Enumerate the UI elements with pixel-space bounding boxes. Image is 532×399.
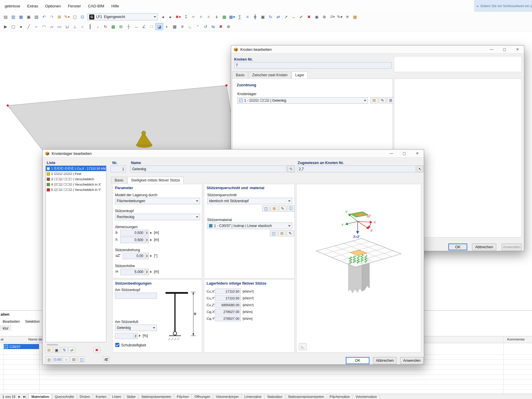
keyword-search[interactable]: ▸ Geben Sie ein Schlüsselwort ein (Alt+ [474,0,532,12]
table-tab[interactable]: Flächen [174,394,192,399]
generate-mesh-icon[interactable]: ▩ [220,13,228,20]
dialog-titlebar[interactable]: Knoten bearbeiten — ▢ ✕ [231,46,524,53]
window-layout-icon[interactable]: ▢ [71,13,79,20]
edit-name-button[interactable]: ✎ [287,166,295,172]
menu-item[interactable]: Fenster [64,3,85,9]
regenerate-icon[interactable]: ✳ [343,13,351,20]
dialog-tab[interactable]: Lager [292,72,308,79]
grid-icon[interactable]: ∷ [148,23,155,30]
menu-item[interactable]: Optionen [42,3,64,9]
annotation-icon[interactable]: ✎▾ [336,13,343,20]
bottom-condition-select[interactable]: Gelenkig [115,325,157,331]
delete-loads-icon[interactable]: ✖ [305,13,313,20]
diagram-button[interactable]: ◫ [78,356,85,362]
new-section-button[interactable]: ⊞ [270,205,278,212]
degree-icon[interactable]: ° [194,23,202,30]
table-tab[interactable]: Liniensätze [242,394,265,399]
extrude-icon[interactable]: ↗ [282,13,290,20]
details-button[interactable]: ◎ [46,356,52,362]
rotate-icon[interactable]: ↻ [267,13,274,20]
pick-nodes-button[interactable]: ↖ [417,166,423,172]
b-expand-icon[interactable] [150,232,152,234]
support-preview-pane[interactable]: Y' Y X X' αZ' Z=Z' ∟ [296,184,421,353]
redo-icon[interactable]: ↷ [48,13,56,20]
settings-icon[interactable]: ⊛ [225,23,232,30]
h-field[interactable]: 0.500 [120,237,145,243]
table-tab[interactable]: Volumensätze [353,394,380,399]
filter-icon[interactable]: ▦ [351,13,359,20]
support-preview-3d[interactable]: Y' Y X X' αZ' Z=Z' [296,184,421,352]
select-window-icon[interactable]: ▢ [9,23,17,30]
table-tab[interactable]: Linien [109,394,124,399]
pager-last-icon[interactable]: ▶| [23,395,26,398]
copy-icon[interactable]: ▣ [259,13,267,20]
top-condition-field[interactable] [115,293,157,299]
support-list-item[interactable]: 2 ☑☑☑ ☑☑☑ | Fest [46,171,106,176]
next-load-case-button[interactable]: ▸ [167,13,174,20]
function-editor-button[interactable]: fE [103,356,110,362]
mesh-refinement-icon[interactable]: ⊞ [117,23,125,30]
support-list-item[interactable]: 4 ☑☐☑ ☐☐☑ | Verschieblich in X' [46,182,106,187]
select-arrow-icon[interactable]: ▶ [2,23,9,30]
rotation-stepper[interactable] [145,253,149,259]
cancel-button[interactable]: Abbrechen [472,244,496,250]
close-button[interactable]: ✕ [411,150,424,158]
rotation-expand-icon[interactable] [150,255,152,257]
percent-field[interactable] [115,333,134,339]
surface-plate[interactable] [8,85,237,152]
table-tab[interactable]: Stäbe [124,394,139,399]
shading-icon[interactable]: ◐ [163,23,171,30]
nodal-load-icon[interactable]: ↓ [94,23,102,30]
menu-item[interactable]: gebnisse [1,3,24,9]
ok-button[interactable]: OK [346,357,369,364]
node-point[interactable] [226,85,228,87]
table-tab[interactable]: Flächensätze [327,394,353,399]
support-list-item[interactable]: 5 ☑☐☑ ☐☐☑ | Verschieblich in Y' [46,187,106,192]
mirror-icon[interactable]: ⇄ [274,13,282,20]
material-library-button[interactable]: ◫ [270,230,278,236]
member-tool-icon[interactable]: ┃ [86,23,94,30]
mesh-settings-icon[interactable]: ▩ [109,23,117,30]
printer-icon[interactable]: ▣ [25,13,33,20]
table-tab[interactable]: Knoten [93,394,109,399]
table-tab[interactable]: Stabsätze [265,394,285,399]
h-stepper[interactable] [145,237,149,243]
new-object-icon[interactable]: ⊞ [56,13,63,20]
dialog-tab[interactable]: Zwischen zwei Knoten [249,72,291,78]
dock-menu-item[interactable]: Bearbeiten [1,319,22,324]
color-button[interactable]: ■ [63,356,69,362]
disconnect-support-button[interactable]: ⊠ [387,97,395,103]
table-tab[interactable]: Dicken [77,394,93,399]
table-tab[interactable]: Volumenkörper [213,394,241,399]
node-tool-icon[interactable]: ● [17,23,25,30]
delete-support-button[interactable]: ✖ [93,347,100,353]
nr-field[interactable]: 1 [111,166,126,172]
default-values-button[interactable]: ⊟ [70,356,77,362]
assign-button[interactable]: ⇄ [69,347,75,353]
surface-tool-icon[interactable]: ▱ [48,23,56,30]
render-mode-icon[interactable]: ◪ [155,23,163,30]
h-expand-icon[interactable] [150,239,152,241]
maximize-button[interactable]: ▢ [398,150,411,158]
column-header-comment[interactable]: Kommentar [507,338,525,341]
undo-icon[interactable]: ↶ [40,13,48,20]
tables-icon[interactable]: ▦ [17,13,25,20]
table-tab[interactable]: Materialien [28,394,52,399]
shear-stiffness-checkbox[interactable] [115,343,119,347]
table-tab[interactable]: Stabsatzrepräsentanten [285,394,327,399]
arc-tool-icon[interactable]: ◠ [40,23,48,30]
name-field[interactable]: Gelenkig [130,166,286,172]
support-list-item[interactable]: 3 ☐☐☑ ☐☐☐ | Verschieblich [46,176,106,182]
column-header-material[interactable]: al [1,338,3,341]
new-support-button[interactable]: ⊞ [46,347,52,353]
move-icon[interactable]: ╋ [251,13,259,20]
support-tool-icon[interactable]: ⊥ [71,23,79,30]
display-properties-icon[interactable]: ⊡ [79,13,86,20]
copy-support-button[interactable]: ▣ [53,347,60,353]
zoom-icon[interactable]: ◉ [313,13,320,20]
minimize-button[interactable]: — [385,150,398,158]
load-direction-z-icon[interactable]: z↑ [197,13,205,20]
nodal-support-select[interactable]: 1 - ☑☑☑ ☐☐☑ | Gelenkig [237,97,368,104]
edit-nodal-support-button[interactable]: ✎ [379,97,386,103]
dimension-icon[interactable]: ↔ [290,13,297,20]
